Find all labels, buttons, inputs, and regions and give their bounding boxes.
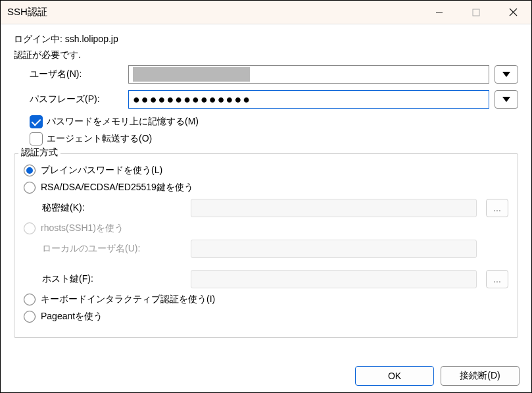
publickey-radio[interactable] — [24, 182, 36, 194]
local-user-row: ローカルのユーザ名(U): — [42, 240, 508, 258]
dialog-footer: OK 接続断(D) — [1, 359, 531, 392]
username-label: ユーザ名(N): — [30, 68, 128, 80]
svg-marker-4 — [502, 72, 510, 77]
username-history-dropdown[interactable] — [495, 65, 518, 84]
passphrase-history-dropdown[interactable] — [495, 90, 518, 109]
private-key-row: 秘密鍵(K): ... — [42, 199, 508, 217]
maximize-button[interactable] — [458, 1, 495, 24]
window-controls — [421, 1, 531, 24]
remember-password-label: パスワードをメモリ上に記憶する(M) — [47, 116, 199, 128]
agent-forward-label: エージェント転送する(O) — [47, 133, 152, 145]
login-host-line: ログイン中: ssh.lolipop.jp — [14, 34, 518, 45]
rhosts-row: rhosts(SSH1)を使う — [24, 223, 508, 234]
auth-method-legend: 認証方式 — [18, 147, 60, 159]
ok-button[interactable]: OK — [355, 366, 434, 386]
login-host: ssh.lolipop.jp — [65, 34, 118, 44]
username-input[interactable] — [128, 65, 489, 84]
remember-password-row[interactable]: パスワードをメモリ上に記憶する(M) — [30, 115, 518, 128]
passphrase-label: パスフレーズ(P): — [30, 93, 128, 105]
svg-marker-5 — [502, 97, 510, 102]
plain-password-row[interactable]: プレインパスワードを使う(L) — [24, 165, 508, 176]
ellipsis-icon: ... — [493, 274, 501, 284]
svg-rect-1 — [473, 9, 479, 16]
need-auth-text: 認証が必要です. — [14, 49, 518, 61]
disconnect-button[interactable]: 接続断(D) — [441, 366, 520, 386]
dialog-content: ログイン中: ssh.lolipop.jp 認証が必要です. ユーザ名(N): … — [1, 24, 531, 359]
pageant-row[interactable]: Pageantを使う — [24, 311, 508, 323]
publickey-row[interactable]: RSA/DSA/ECDSA/ED25519鍵を使う — [24, 182, 508, 194]
agent-forward-row[interactable]: エージェント転送する(O) — [30, 132, 518, 145]
ssh-auth-dialog: SSH認証 ログイン中: ssh.lolipop.jp 認証が必要です. ユーザ… — [0, 0, 532, 393]
local-user-input — [191, 240, 477, 258]
login-prefix: ログイン中: — [14, 34, 62, 44]
auth-method-group: 認証方式 プレインパスワードを使う(L) RSA/DSA/ECDSA/ED255… — [14, 153, 518, 338]
host-key-browse-button[interactable]: ... — [486, 270, 508, 288]
host-key-input[interactable] — [191, 270, 477, 288]
pageant-label: Pageantを使う — [41, 311, 103, 323]
minimize-button[interactable] — [421, 1, 458, 24]
host-key-label: ホスト鍵(F): — [42, 273, 187, 285]
username-row: ユーザ名(N): — [30, 65, 518, 84]
close-button[interactable] — [495, 1, 531, 24]
keyboard-interactive-label: キーボードインタラクティブ認証を使う(I) — [41, 294, 215, 305]
private-key-label: 秘密鍵(K): — [42, 202, 187, 214]
remember-password-checkbox[interactable] — [30, 115, 43, 128]
host-key-row: ホスト鍵(F): ... — [42, 270, 508, 288]
passphrase-input[interactable] — [128, 90, 489, 109]
private-key-browse-button[interactable]: ... — [486, 199, 508, 217]
window-title: SSH認証 — [7, 6, 47, 18]
publickey-label: RSA/DSA/ECDSA/ED25519鍵を使う — [41, 182, 193, 194]
keyboard-interactive-radio[interactable] — [24, 294, 36, 305]
ellipsis-icon: ... — [493, 203, 501, 213]
titlebar: SSH認証 — [1, 1, 531, 24]
rhosts-label: rhosts(SSH1)を使う — [41, 223, 124, 234]
rhosts-radio — [24, 223, 36, 234]
keyboard-interactive-row[interactable]: キーボードインタラクティブ認証を使う(I) — [24, 294, 508, 305]
plain-password-label: プレインパスワードを使う(L) — [41, 165, 162, 176]
passphrase-row: パスフレーズ(P): — [30, 90, 518, 109]
agent-forward-checkbox[interactable] — [30, 132, 43, 145]
username-redacted — [133, 67, 250, 82]
plain-password-radio[interactable] — [24, 165, 36, 176]
local-user-label: ローカルのユーザ名(U): — [42, 243, 187, 255]
private-key-input[interactable] — [191, 199, 477, 217]
pageant-radio[interactable] — [24, 311, 36, 323]
